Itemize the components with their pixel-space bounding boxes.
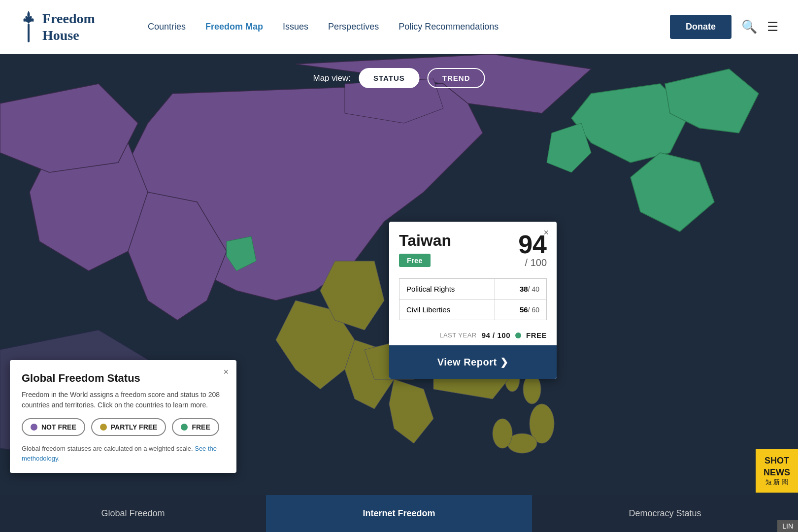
taiwan-last-year: LAST YEAR 94 / 100 Free <box>389 325 557 345</box>
civil-liberties-label: Civil Liberties <box>399 299 495 320</box>
taiwan-popup: Taiwan Free 94 / 100 × Political Rights … <box>389 222 557 379</box>
taiwan-score: 94 <box>518 232 547 257</box>
global-popup-close[interactable]: × <box>223 367 229 377</box>
shot-news-chinese: 短 新 聞 <box>764 478 790 487</box>
nav-countries[interactable]: Countries <box>148 22 186 32</box>
nav-policy-recommendations[interactable]: Policy Recommendations <box>399 22 499 32</box>
search-icon[interactable]: 🔍 <box>741 19 757 34</box>
trend-button[interactable]: TREND <box>428 68 485 88</box>
free-dot <box>181 424 188 431</box>
not-free-label: NOT FREE <box>41 423 76 431</box>
partly-free-label: PARTLY FREE <box>111 423 158 431</box>
partly-free-dot <box>100 424 107 431</box>
global-popup-note: Global freedom statuses are calculated o… <box>22 444 225 463</box>
shot-news-line2: NEWS <box>764 467 790 478</box>
taiwan-free-badge: Free <box>399 254 431 267</box>
free-badge[interactable]: FREE <box>172 418 219 436</box>
shot-news-line1: SHOT <box>764 455 790 466</box>
global-popup-title: Global Freedom Status <box>22 372 225 385</box>
taiwan-score-denominator: / 100 <box>518 257 547 268</box>
taiwan-country-name: Taiwan <box>399 232 451 250</box>
tab-internet-freedom[interactable]: Internet Freedom <box>266 495 532 532</box>
tab-global-freedom[interactable]: Global Freedom <box>0 495 266 532</box>
main-nav: Countries Freedom Map Issues Perspective… <box>148 22 670 32</box>
last-year-label: LAST YEAR <box>439 332 477 339</box>
logo-area: Freedom House <box>20 10 118 44</box>
map-area: Map view: STATUS TREND Taiwan Free 94 / … <box>0 54 798 532</box>
global-freedom-popup: × Global Freedom Status Freedom in the W… <box>10 360 236 473</box>
svg-rect-0 <box>28 24 30 42</box>
last-year-status-dot <box>515 332 521 338</box>
lin-badge: LIN <box>777 520 798 532</box>
header: Freedom House Countries Freedom Map Issu… <box>0 0 798 54</box>
menu-icon[interactable]: ☰ <box>767 19 778 34</box>
partly-free-badge[interactable]: PARTLY FREE <box>91 418 166 436</box>
free-label: FREE <box>192 423 210 431</box>
political-rights-row: Political Rights 38/ 40 <box>399 279 547 299</box>
donate-button[interactable]: Donate <box>670 15 732 39</box>
last-year-free-label: Free <box>526 331 547 339</box>
status-button[interactable]: STATUS <box>359 68 420 88</box>
shot-news-badge[interactable]: SHOT NEWS 短 新 聞 <box>756 449 798 493</box>
taiwan-scores-table: Political Rights 38/ 40 Civil Liberties … <box>399 278 547 320</box>
taiwan-popup-close[interactable]: × <box>543 228 549 238</box>
political-rights-score: 38/ 40 <box>495 279 546 299</box>
taiwan-title-area: Taiwan Free <box>399 232 451 267</box>
tab-democracy-status[interactable]: Democracy Status <box>532 495 798 532</box>
taiwan-popup-header: Taiwan Free 94 / 100 <box>389 222 557 273</box>
freedom-badges: NOT FREE PARTLY FREE FREE <box>22 418 225 436</box>
map-view-toggle: Map view: STATUS TREND <box>313 68 485 88</box>
svg-point-6 <box>523 374 541 404</box>
freedom-house-logo-icon <box>20 10 37 44</box>
not-free-badge[interactable]: NOT FREE <box>22 418 85 436</box>
not-free-dot <box>31 424 37 431</box>
view-report-button[interactable]: View Report ❯ <box>389 345 557 379</box>
nav-perspectives[interactable]: Perspectives <box>328 22 379 32</box>
nav-issues[interactable]: Issues <box>283 22 308 32</box>
civil-liberties-row: Civil Liberties 56/ 60 <box>399 299 547 320</box>
political-rights-label: Political Rights <box>399 279 495 299</box>
bottom-tabs: Global Freedom Internet Freedom Democrac… <box>0 495 798 532</box>
civil-liberties-score: 56/ 60 <box>495 299 546 320</box>
svg-point-9 <box>493 419 512 448</box>
header-right: Donate 🔍 ☰ <box>670 15 778 39</box>
map-view-label: Map view: <box>313 73 351 83</box>
logo-text: Freedom House <box>42 10 95 43</box>
taiwan-score-area: 94 / 100 <box>518 232 547 268</box>
global-popup-description: Freedom in the World assigns a freedom s… <box>22 390 225 410</box>
nav-freedom-map[interactable]: Freedom Map <box>205 22 263 32</box>
last-year-score: 94 / 100 <box>482 331 510 339</box>
